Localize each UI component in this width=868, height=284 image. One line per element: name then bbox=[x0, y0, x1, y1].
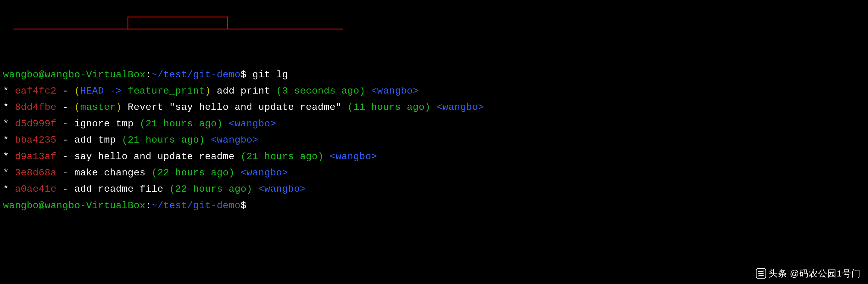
watermark-text: @码农公园1号门 bbox=[787, 265, 861, 281]
svg-line-2 bbox=[758, 273, 764, 274]
commit-message: add print bbox=[211, 85, 276, 97]
annotation-highlight-box bbox=[127, 16, 228, 30]
ref-branch: feature_print bbox=[128, 85, 205, 97]
ref-branch: master bbox=[80, 102, 116, 113]
graph-mark: * bbox=[3, 151, 15, 162]
commit-hash: d5d999f bbox=[15, 118, 56, 129]
commit-message: Revert "say hello and update readme" bbox=[122, 102, 347, 113]
ref-open: ( bbox=[74, 85, 80, 97]
commit-time: (22 hours ago) bbox=[152, 167, 235, 178]
commit-hash: bba4235 bbox=[15, 135, 56, 146]
separator: - bbox=[56, 135, 74, 146]
ref-head: HEAD -> bbox=[80, 85, 128, 97]
commit-hash: eaf4fc2 bbox=[15, 85, 56, 97]
annotation-underline bbox=[13, 29, 343, 30]
commit-message: ignore tmp bbox=[74, 118, 140, 129]
commit-message: add tmp bbox=[74, 135, 122, 146]
commit-time: (3 seconds ago) bbox=[276, 85, 365, 97]
commit-message: make changes bbox=[74, 167, 151, 178]
commit-author: <wangbo> bbox=[205, 135, 258, 146]
prompt-dollar: $ bbox=[241, 200, 247, 211]
commit-time: (21 hours ago) bbox=[140, 118, 223, 129]
separator: - bbox=[56, 183, 74, 194]
prompt-dollar: $ bbox=[241, 69, 247, 80]
commit-author: <wangbo> bbox=[431, 102, 484, 113]
commit-author: <wangbo> bbox=[324, 151, 377, 162]
commit-message: add readme file bbox=[74, 183, 169, 194]
terminal-output[interactable]: wangbo@wangbo-VirtualBox:~/test/git-demo… bbox=[3, 67, 865, 214]
commit-time: (11 hours ago) bbox=[347, 102, 431, 113]
commit-time: (21 hours ago) bbox=[241, 151, 324, 162]
commit-hash: 3e8d68a bbox=[15, 167, 56, 178]
separator: - bbox=[56, 151, 74, 162]
graph-mark: * bbox=[3, 183, 15, 194]
commit-author: <wangbo> bbox=[365, 85, 418, 97]
separator: - bbox=[56, 118, 74, 129]
separator: - bbox=[56, 85, 74, 97]
graph-mark: * bbox=[3, 102, 15, 113]
commit-author: <wangbo> bbox=[223, 118, 276, 129]
separator: - bbox=[56, 102, 74, 113]
commit-hash: a0ae41e bbox=[15, 183, 56, 194]
ref-close: ) bbox=[116, 102, 122, 113]
watermark-prefix: 头条 bbox=[769, 265, 787, 281]
ref-close: ) bbox=[205, 85, 211, 97]
watermark: 头条 @码农公园1号门 bbox=[756, 265, 861, 281]
commit-hash: d9a13af bbox=[15, 151, 56, 162]
svg-line-3 bbox=[758, 275, 764, 276]
prompt-user-host: wangbo@wangbo-VirtualBox bbox=[3, 69, 146, 80]
commit-time: (21 hours ago) bbox=[122, 135, 205, 146]
prompt-user-host: wangbo@wangbo-VirtualBox bbox=[3, 200, 146, 211]
graph-mark: * bbox=[3, 167, 15, 178]
prompt-colon: : bbox=[146, 69, 152, 80]
prompt-path: ~/test/git-demo bbox=[152, 69, 241, 80]
prompt-colon: : bbox=[146, 200, 152, 211]
commit-author: <wangbo> bbox=[253, 183, 306, 194]
commit-time: (22 hours ago) bbox=[169, 183, 253, 194]
svg-line-1 bbox=[758, 271, 764, 272]
commit-hash: 8dd4fbe bbox=[15, 102, 56, 113]
commit-message: say hello and update readme bbox=[74, 151, 241, 162]
graph-mark: * bbox=[3, 118, 15, 129]
ref-open: ( bbox=[74, 102, 80, 113]
separator: - bbox=[56, 167, 74, 178]
commit-author: <wangbo> bbox=[235, 167, 288, 178]
toutiao-icon bbox=[756, 269, 766, 279]
graph-mark: * bbox=[3, 135, 15, 146]
prompt-path: ~/test/git-demo bbox=[152, 200, 241, 211]
command-text: git lg bbox=[247, 69, 288, 80]
graph-mark: * bbox=[3, 85, 15, 97]
